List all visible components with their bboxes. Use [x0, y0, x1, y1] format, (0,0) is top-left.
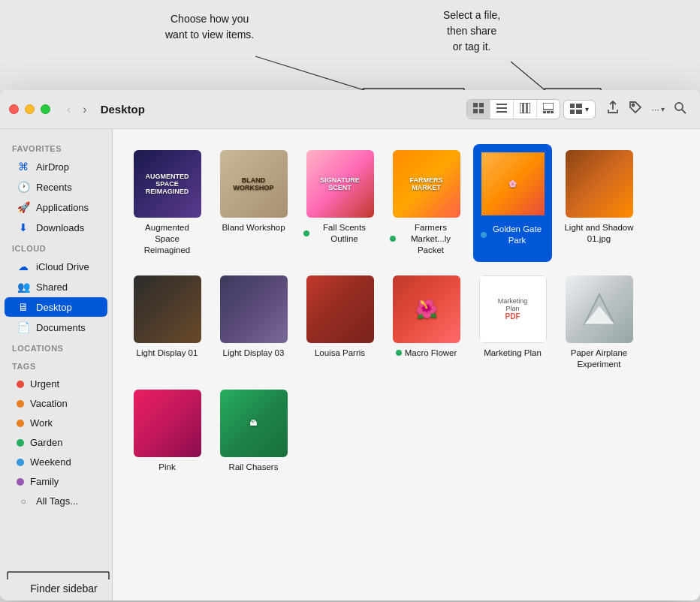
sidebar-item-downloads[interactable]: ⬇ Downloads	[5, 218, 107, 237]
file-item-paper[interactable]: Paper Airplane Experiment	[560, 269, 638, 376]
sidebar-label-downloads: Downloads	[36, 222, 84, 233]
minimize-button[interactable]	[25, 104, 35, 114]
locations-label: Locations	[0, 338, 112, 356]
sidebar-item-urgent[interactable]: Urgent	[5, 375, 107, 393]
view-column-button[interactable]	[514, 100, 537, 119]
location-title: Desktop	[101, 103, 145, 116]
more-button[interactable]: ··· ▾	[647, 101, 669, 118]
sidebar-item-all-tags[interactable]: ○ All Tags...	[5, 492, 107, 510]
golden-tag-dot	[481, 232, 487, 238]
sidebar-label-all-tags: All Tags...	[36, 495, 78, 507]
desktop-icon: 🖥	[17, 301, 30, 313]
urgent-dot	[17, 381, 24, 388]
file-item-macro[interactable]: 🌺 Macro Flower	[387, 269, 466, 376]
vacation-dot	[17, 400, 24, 408]
sidebar-item-desktop[interactable]: 🖥 Desktop	[5, 297, 107, 317]
documents-icon: 📄	[17, 321, 30, 333]
close-button[interactable]	[9, 104, 19, 114]
sidebar-item-garden[interactable]: Garden	[5, 433, 107, 452]
file-item-golden-gate[interactable]: 🌸 Golden Gate Park	[473, 144, 552, 262]
svg-rect-26	[570, 104, 575, 108]
group-button[interactable]: ▾	[563, 100, 596, 119]
sidebar: Favorites ⌘ AirDrop 🕐 Recents 🚀 Applicat…	[0, 129, 113, 600]
all-tags-icon: ○	[17, 496, 30, 507]
view-gallery-button[interactable]	[537, 100, 560, 119]
file-thumb-light-display-03	[220, 275, 288, 343]
back-button[interactable]: ‹	[62, 100, 75, 119]
view-list-button[interactable]	[490, 100, 514, 119]
sidebar-label-recents: Recents	[36, 182, 72, 193]
file-grid: AUGMENTEDSPACEREIMAGINED AugmentedSpace …	[113, 129, 700, 600]
file-item-farmers[interactable]: FARMERSMARKET Farmers Market...ly Packet	[387, 144, 466, 262]
sidebar-item-applications[interactable]: 🚀 Applications	[5, 197, 107, 217]
content-area: Favorites ⌘ AirDrop 🕐 Recents 🚀 Applicat…	[0, 129, 700, 600]
file-thumb-rail: 🏔	[220, 390, 288, 457]
file-thumb-paper	[566, 275, 633, 343]
file-item-augmented[interactable]: AUGMENTEDSPACEREIMAGINED AugmentedSpace …	[128, 144, 207, 262]
sidebar-item-vacation[interactable]: Vacation	[5, 394, 107, 413]
sidebar-label-shared: Shared	[36, 281, 68, 293]
file-name-golden-gate: Golden Gate Park	[476, 222, 549, 248]
file-thumb-golden: 🌸	[479, 150, 547, 218]
sidebar-item-icloud-drive[interactable]: ☁ iCloud Drive	[5, 257, 107, 276]
file-thumb-macro: 🌺	[393, 275, 460, 343]
svg-rect-17	[496, 107, 507, 109]
finder-window: ‹ › Desktop ▾	[0, 90, 700, 600]
file-item-bland[interactable]: BLANDWORKSHOP Bland Workshop	[214, 144, 293, 262]
sidebar-label-icloud-drive: iCloud Drive	[36, 261, 89, 272]
family-dot	[17, 478, 24, 486]
tag-button[interactable]	[624, 98, 647, 121]
sidebar-item-recents[interactable]: 🕐 Recents	[5, 177, 107, 197]
forward-button[interactable]: ›	[78, 100, 91, 119]
file-item-light-shadow[interactable]: Light and Shadow 01.jpg	[560, 144, 638, 262]
file-item-marketing[interactable]: MarketingPlanPDF Marketing Plan	[473, 269, 552, 376]
file-item-fall-scents[interactable]: SIGNATURESCENT Fall Scents Outline	[300, 144, 379, 262]
file-thumb-louisa	[306, 275, 374, 343]
share-button[interactable]	[602, 98, 624, 121]
file-thumb-light-shadow	[566, 150, 633, 218]
file-thumb-bland: BLANDWORKSHOP	[220, 150, 288, 218]
sidebar-item-work[interactable]: Work	[5, 414, 107, 432]
file-name-macro: Macro Flower	[396, 348, 457, 359]
sidebar-label-weekend: Weekend	[30, 456, 71, 468]
file-item-pink[interactable]: Pink	[128, 384, 207, 479]
svg-rect-23	[543, 111, 546, 113]
sidebar-item-shared[interactable]: 👥 Shared	[5, 277, 107, 296]
sidebar-item-documents[interactable]: 📄 Documents	[5, 318, 107, 337]
file-item-light-display-01[interactable]: Light Display 01	[128, 269, 207, 376]
sidebar-label-documents: Documents	[36, 322, 86, 333]
farmers-tag-dot	[390, 236, 396, 242]
sidebar-item-airdrop[interactable]: ⌘ AirDrop	[5, 157, 107, 176]
file-thumb-farmers: FARMERSMARKET	[393, 150, 460, 218]
svg-rect-21	[527, 103, 530, 113]
search-button[interactable]	[669, 98, 691, 121]
shared-icon: 👥	[17, 281, 30, 293]
svg-point-31	[675, 103, 683, 110]
svg-line-32	[682, 110, 686, 113]
sidebar-label-work: Work	[30, 417, 53, 429]
view-icon-button[interactable]	[467, 100, 490, 119]
svg-rect-18	[496, 111, 507, 113]
work-dot	[17, 420, 24, 427]
garden-dot	[17, 439, 24, 447]
file-item-light-display-03[interactable]: Light Display 03	[214, 269, 293, 376]
sidebar-item-weekend[interactable]: Weekend	[5, 453, 107, 471]
sidebar-label-vacation: Vacation	[30, 398, 68, 409]
file-item-rail[interactable]: 🏔 Rail Chasers	[214, 384, 293, 479]
tags-label: Tags	[0, 356, 112, 374]
file-thumb-augmented: AUGMENTEDSPACEREIMAGINED	[134, 150, 201, 218]
svg-rect-24	[547, 111, 550, 113]
icloud-drive-icon: ☁	[17, 260, 30, 272]
file-item-louisa[interactable]: Louisa Parris	[300, 269, 379, 376]
file-thumb-pink	[134, 390, 201, 457]
sidebar-item-family[interactable]: Family	[5, 472, 107, 491]
file-name-louisa: Louisa Parris	[315, 348, 365, 359]
file-name-marketing: Marketing Plan	[484, 348, 542, 359]
maximize-button[interactable]	[41, 104, 50, 114]
file-name-light-display-03: Light Display 03	[223, 348, 285, 359]
sidebar-label-garden: Garden	[30, 437, 62, 448]
svg-rect-15	[479, 109, 484, 113]
recents-icon: 🕐	[17, 181, 30, 193]
file-name-fall: Fall Scents Outline	[303, 222, 376, 245]
airdrop-icon: ⌘	[17, 161, 30, 173]
